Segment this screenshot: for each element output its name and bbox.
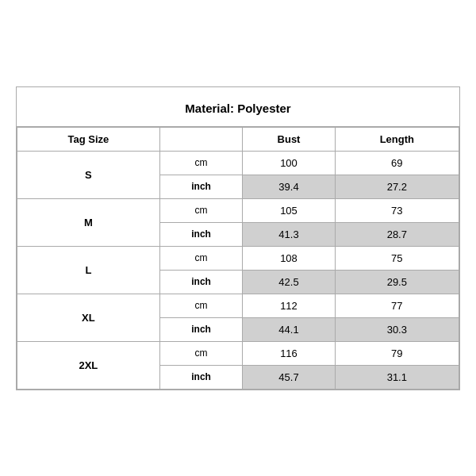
length-inch: 28.7 — [335, 222, 459, 246]
bust-inch: 39.4 — [243, 175, 335, 198]
unit-inch: inch — [159, 317, 243, 341]
unit-inch: inch — [159, 365, 243, 389]
bust-inch: 45.7 — [243, 365, 335, 389]
table-row: 2XL cm 116 79 — [17, 341, 459, 365]
size-table: Tag Size Bust Length S cm 100 69 inch 39… — [17, 127, 459, 390]
length-inch: 27.2 — [335, 175, 459, 198]
header-empty — [159, 127, 243, 151]
length-cm: 75 — [335, 246, 459, 270]
bust-cm: 108 — [243, 246, 335, 270]
tag-size-cell: 2XL — [17, 341, 160, 389]
bust-inch: 44.1 — [243, 317, 335, 341]
length-cm: 73 — [335, 198, 459, 222]
chart-title: Material: Polyester — [17, 87, 459, 127]
unit-cm: cm — [159, 198, 243, 222]
length-inch: 30.3 — [335, 317, 459, 341]
bust-inch: 41.3 — [243, 222, 335, 246]
tag-size-cell: M — [17, 198, 160, 246]
unit-inch: inch — [159, 175, 243, 198]
header-bust: Bust — [243, 127, 335, 151]
length-cm: 69 — [335, 151, 459, 175]
length-inch: 29.5 — [335, 270, 459, 294]
length-inch: 31.1 — [335, 365, 459, 389]
bust-cm: 112 — [243, 294, 335, 317]
tag-size-cell: L — [17, 246, 160, 294]
table-row: L cm 108 75 — [17, 246, 459, 270]
unit-cm: cm — [159, 294, 243, 317]
unit-cm: cm — [159, 151, 243, 175]
unit-inch: inch — [159, 270, 243, 294]
header-length: Length — [335, 127, 459, 151]
unit-cm: cm — [159, 341, 243, 365]
bust-cm: 100 — [243, 151, 335, 175]
length-cm: 77 — [335, 294, 459, 317]
bust-cm: 105 — [243, 198, 335, 222]
bust-cm: 116 — [243, 341, 335, 365]
tag-size-cell: S — [17, 151, 160, 198]
length-cm: 79 — [335, 341, 459, 365]
unit-cm: cm — [159, 246, 243, 270]
unit-inch: inch — [159, 222, 243, 246]
size-chart-container: Material: Polyester Tag Size Bust Length… — [16, 86, 460, 390]
header-tag-size: Tag Size — [17, 127, 160, 151]
table-row: S cm 100 69 — [17, 151, 459, 175]
bust-inch: 42.5 — [243, 270, 335, 294]
table-row: XL cm 112 77 — [17, 294, 459, 317]
table-row: M cm 105 73 — [17, 198, 459, 222]
tag-size-cell: XL — [17, 294, 160, 341]
